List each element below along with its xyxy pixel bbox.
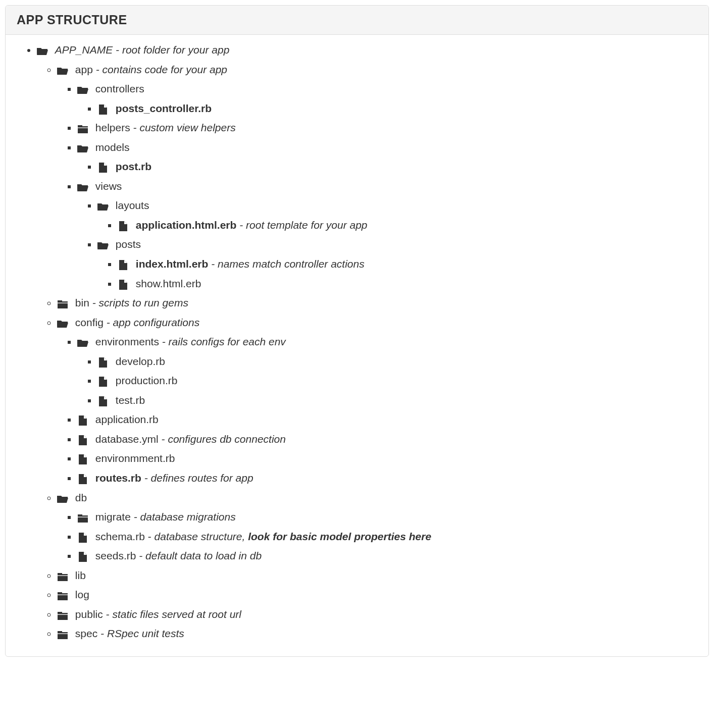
app-structure-panel: APP STRUCTURE APP_NAME root folder for y…: [5, 5, 709, 657]
folder-label: bin: [75, 297, 89, 308]
file-desc: root template for your app: [239, 219, 367, 231]
tree-item-application-rb: application.rb: [77, 411, 697, 429]
tree-item-helpers: helpers custom view helpers: [77, 120, 697, 137]
svg-rect-23: [58, 632, 68, 639]
tree-item-lib: lib: [57, 567, 697, 585]
tree-item-environments: environments rails configs for each env …: [77, 334, 697, 409]
tree-item-database-yml: database.yml configures db connection: [77, 431, 697, 449]
panel-header: APP STRUCTURE: [6, 6, 708, 35]
file-desc: default data to load in db: [139, 550, 262, 561]
tree-item-seeds-rb: seeds.rb default data to load in db: [77, 548, 697, 565]
tree-item-posts-views: posts index.html.erb names match control…: [97, 236, 697, 293]
tree-item-posts-controller: posts_controller.rb: [97, 100, 697, 118]
folder-label: spec: [75, 628, 97, 639]
folder-open-icon: [77, 335, 88, 351]
file-label: test.rb: [116, 394, 145, 406]
file-icon: [97, 374, 109, 390]
folder-closed-icon: [57, 296, 68, 313]
folder-open-icon: [37, 43, 48, 60]
svg-rect-5: [78, 126, 88, 133]
panel-title: APP STRUCTURE: [17, 13, 127, 27]
tree-item-show-erb: show.html.erb: [118, 276, 697, 293]
file-label: index.html.erb: [136, 258, 209, 270]
file-label: application.html.erb: [136, 219, 237, 231]
folder-desc: app configurations: [107, 317, 199, 328]
file-label: application.rb: [95, 413, 159, 425]
folder-label: environments: [95, 336, 159, 347]
svg-rect-11: [78, 515, 88, 523]
tree-item-db: db migrate database migrations schema.rb…: [57, 490, 697, 565]
tree-item-bin: bin scripts to run gems: [57, 295, 697, 313]
tree-item-application-erb: application.html.erb root template for y…: [118, 217, 697, 235]
file-label: schema.rb: [95, 531, 145, 542]
file-icon: [77, 432, 88, 449]
file-icon: [77, 451, 88, 468]
folder-open-icon: [77, 82, 88, 98]
file-label: seeds.rb: [95, 550, 136, 561]
svg-rect-6: [78, 128, 88, 128]
tree-item-environment-rb: environmment.rb: [77, 450, 697, 468]
file-icon: [97, 393, 109, 410]
tree-item-routes-rb: routes.rb defines routes for app: [77, 470, 697, 488]
folder-desc: custom view helpers: [133, 122, 236, 133]
file-desc: - database structure, look for basic mod…: [148, 531, 431, 542]
folder-desc: rails configs for each env: [162, 336, 286, 347]
file-icon: [77, 549, 88, 565]
tree-item-test-rb: test.rb: [97, 392, 697, 410]
folder-desc: database migrations: [134, 511, 236, 523]
folder-label: helpers: [95, 122, 130, 133]
svg-rect-17: [58, 593, 68, 600]
folder-open-icon: [97, 237, 109, 254]
folder-desc: RSpec unit tests: [100, 628, 184, 639]
folder-label: posts: [116, 238, 141, 250]
folder-desc: static files served at root url: [106, 608, 241, 620]
tree-item-spec: spec RSpec unit tests: [57, 626, 697, 643]
folder-label: migrate: [95, 511, 131, 523]
tree-item-views: views layouts application.html: [77, 178, 697, 293]
folder-label: lib: [75, 569, 86, 581]
file-label: database.yml: [95, 433, 159, 445]
tree-item-develop-rb: develop.rb: [97, 353, 697, 371]
file-icon: [97, 354, 109, 371]
folder-open-icon: [57, 316, 68, 332]
tree-item-log: log: [57, 587, 697, 604]
folder-desc: root folder for your app: [116, 44, 229, 56]
tree-item-migrate: migrate database migrations: [77, 509, 697, 527]
file-label: post.rb: [116, 161, 151, 172]
folder-closed-icon: [57, 568, 68, 585]
folder-open-icon: [97, 198, 109, 215]
svg-rect-9: [58, 303, 68, 303]
svg-rect-8: [58, 301, 68, 308]
file-icon: [77, 471, 88, 488]
folder-open-icon: [57, 491, 68, 507]
folder-label: app: [75, 64, 93, 75]
file-icon: [97, 101, 109, 118]
folder-label: views: [95, 180, 122, 192]
file-label: posts_controller.rb: [116, 102, 212, 114]
file-icon: [97, 160, 109, 176]
folder-label: public: [75, 608, 103, 620]
file-label: routes.rb: [95, 472, 141, 484]
file-desc: configures db connection: [162, 433, 286, 445]
folder-open-icon: [77, 140, 88, 157]
file-label: develop.rb: [116, 355, 165, 367]
folder-label: models: [95, 141, 130, 153]
tree-item-public: public static files served at root url: [57, 606, 697, 624]
folder-desc: contains code for your app: [96, 64, 227, 75]
tree-item-index-erb: index.html.erb names match controller ac…: [118, 256, 697, 274]
panel-body: APP_NAME root folder for your app app co…: [6, 35, 708, 656]
folder-open-icon: [57, 63, 68, 79]
folder-closed-icon: [77, 510, 88, 527]
folder-closed-icon: [57, 627, 68, 643]
tree-item-layouts: layouts application.html.erb root templa…: [97, 197, 697, 234]
folder-label: APP_NAME: [55, 44, 113, 56]
tree-item-root: APP_NAME root folder for your app app co…: [37, 42, 697, 643]
file-desc: names match controller actions: [211, 258, 364, 270]
svg-rect-12: [78, 517, 88, 517]
tree-item-models: models post.rb: [77, 139, 697, 176]
svg-rect-14: [58, 574, 68, 581]
file-icon: [77, 412, 88, 429]
folder-closed-icon: [77, 121, 88, 137]
file-icon: [118, 277, 129, 293]
file-icon: [118, 257, 129, 274]
